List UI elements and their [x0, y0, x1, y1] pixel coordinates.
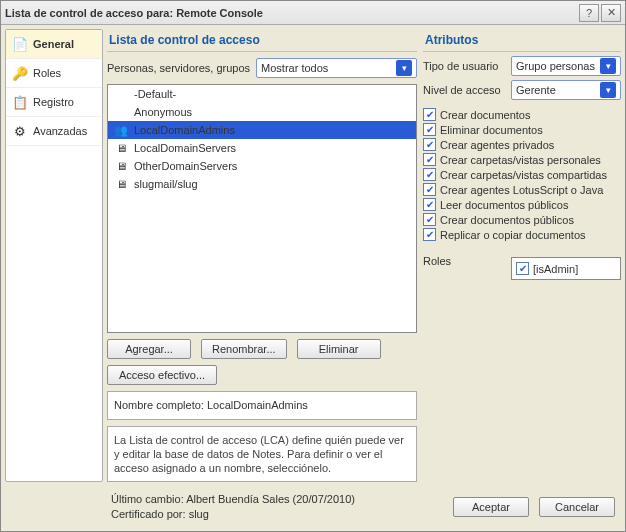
entry-label: Anonymous — [134, 106, 192, 118]
permission-check[interactable]: ✔Crear carpetas/vistas compartidas — [423, 168, 621, 181]
list-item[interactable]: 👥LocalDomainAdmins — [108, 121, 416, 139]
checkbox-icon: ✔ — [423, 213, 436, 226]
tab-label: General — [33, 38, 74, 50]
sidebar-tab-avanzadas[interactable]: ⚙Avanzadas — [6, 117, 102, 146]
rename-button[interactable]: Renombrar... — [201, 339, 287, 359]
checkbox-icon: ✔ — [423, 123, 436, 136]
acl-listbox[interactable]: -Default-Anonymous👥LocalDomainAdmins🖥Loc… — [107, 84, 417, 333]
entry-icon: 🖥 — [114, 177, 128, 191]
permission-check[interactable]: ✔Crear documentos públicos — [423, 213, 621, 226]
list-item[interactable]: -Default- — [108, 85, 416, 103]
entry-label: -Default- — [134, 88, 176, 100]
permission-label: Leer documentos públicos — [440, 199, 568, 211]
permission-check[interactable]: ✔Crear documentos — [423, 108, 621, 121]
tab-icon: 🔑 — [12, 65, 28, 81]
fullname-value: LocalDomainAdmins — [207, 399, 308, 411]
entry-icon — [114, 105, 128, 119]
permission-label: Crear agentes privados — [440, 139, 554, 151]
tab-label: Registro — [33, 96, 74, 108]
entry-label: OtherDomainServers — [134, 160, 237, 172]
acl-header: Lista de control de acceso — [107, 29, 417, 52]
footer-info: Último cambio: Albert Buendía Sales (20/… — [111, 492, 443, 521]
tab-icon: 📄 — [12, 36, 28, 52]
titlebar: Lista de control de acceso para: Remote … — [1, 1, 625, 25]
permission-label: Crear documentos públicos — [440, 214, 574, 226]
tab-label: Roles — [33, 67, 61, 79]
add-button[interactable]: Agregar... — [107, 339, 191, 359]
last-change-text: Último cambio: Albert Buendía Sales (20/… — [111, 492, 443, 506]
entry-label: LocalDomainAdmins — [134, 124, 235, 136]
permission-check[interactable]: ✔Replicar o copiar documentos — [423, 228, 621, 241]
sidebar-tab-general[interactable]: 📄General — [6, 30, 102, 59]
help-box: La Lista de control de acceso (LCA) defi… — [107, 426, 417, 483]
attributes-header: Atributos — [423, 29, 621, 52]
entry-label: slugmail/slug — [134, 178, 198, 190]
entry-icon — [114, 87, 128, 101]
tab-label: Avanzadas — [33, 125, 87, 137]
roles-listbox[interactable]: ✔[isAdmin] — [511, 257, 621, 280]
permission-check[interactable]: ✔Eliminar documentos — [423, 123, 621, 136]
sidebar-tab-roles[interactable]: 🔑Roles — [6, 59, 102, 88]
checkbox-icon: ✔ — [423, 108, 436, 121]
filter-label: Personas, servidores, grupos — [107, 62, 250, 74]
permissions-list: ✔Crear documentos✔Eliminar documentos✔Cr… — [423, 108, 621, 241]
window-title: Lista de control de acceso para: Remote … — [5, 7, 263, 19]
permission-check[interactable]: ✔Crear carpetas/vistas personales — [423, 153, 621, 166]
close-button[interactable]: ✕ — [601, 4, 621, 22]
checkbox-icon: ✔ — [423, 153, 436, 166]
user-type-label: Tipo de usuario — [423, 60, 505, 72]
filter-select[interactable]: Mostrar todos ▾ — [256, 58, 417, 78]
checkbox-icon: ✔ — [423, 183, 436, 196]
access-level-label: Nivel de acceso — [423, 84, 505, 96]
checkbox-icon: ✔ — [423, 228, 436, 241]
chevron-down-icon: ▾ — [600, 58, 616, 74]
entry-icon: 👥 — [114, 123, 128, 137]
roles-label: Roles — [423, 255, 505, 267]
checkbox-icon: ✔ — [423, 168, 436, 181]
fullname-label: Nombre completo: — [114, 399, 207, 411]
chevron-down-icon: ▾ — [600, 82, 616, 98]
permission-check[interactable]: ✔Leer documentos públicos — [423, 198, 621, 211]
entry-icon: 🖥 — [114, 141, 128, 155]
tab-icon: ⚙ — [12, 123, 28, 139]
checkbox-icon: ✔ — [516, 262, 529, 275]
remove-button[interactable]: Eliminar — [297, 339, 381, 359]
permission-label: Crear documentos — [440, 109, 531, 121]
permission-label: Crear carpetas/vistas personales — [440, 154, 601, 166]
user-type-select[interactable]: Grupo personas ▾ — [511, 56, 621, 76]
sidebar: 📄General🔑Roles📋Registro⚙Avanzadas — [5, 29, 103, 482]
sidebar-tab-registro[interactable]: 📋Registro — [6, 88, 102, 117]
permission-label: Crear agentes LotusScript o Java — [440, 184, 603, 196]
ok-button[interactable]: Aceptar — [453, 497, 529, 517]
list-item[interactable]: Anonymous — [108, 103, 416, 121]
checkbox-icon: ✔ — [423, 198, 436, 211]
list-item[interactable]: 🖥OtherDomainServers — [108, 157, 416, 175]
entry-label: LocalDomainServers — [134, 142, 236, 154]
role-item[interactable]: ✔[isAdmin] — [516, 262, 616, 275]
permission-check[interactable]: ✔Crear agentes LotusScript o Java — [423, 183, 621, 196]
access-level-select[interactable]: Gerente ▾ — [511, 80, 621, 100]
help-button[interactable]: ? — [579, 4, 599, 22]
cancel-button[interactable]: Cancelar — [539, 497, 615, 517]
role-label: [isAdmin] — [533, 263, 578, 275]
permission-label: Eliminar documentos — [440, 124, 543, 136]
certified-text: Certificado por: slug — [111, 507, 443, 521]
checkbox-icon: ✔ — [423, 138, 436, 151]
list-item[interactable]: 🖥slugmail/slug — [108, 175, 416, 193]
permission-label: Crear carpetas/vistas compartidas — [440, 169, 607, 181]
chevron-down-icon: ▾ — [396, 60, 412, 76]
permission-check[interactable]: ✔Crear agentes privados — [423, 138, 621, 151]
effective-access-button[interactable]: Acceso efectivo... — [107, 365, 217, 385]
permission-label: Replicar o copiar documentos — [440, 229, 586, 241]
entry-icon: 🖥 — [114, 159, 128, 173]
fullname-box: Nombre completo: LocalDomainAdmins — [107, 391, 417, 419]
tab-icon: 📋 — [12, 94, 28, 110]
list-item[interactable]: 🖥LocalDomainServers — [108, 139, 416, 157]
